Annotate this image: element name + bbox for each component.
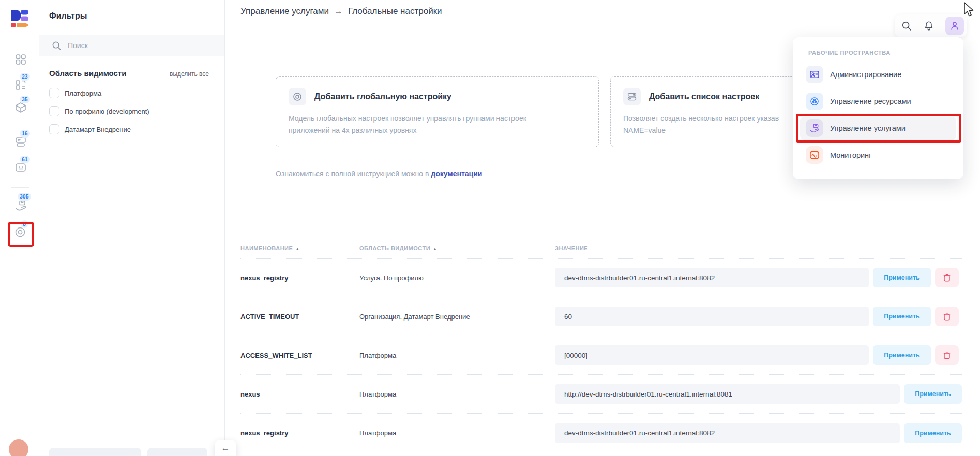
apply-button[interactable]: Применить [873, 307, 931, 326]
menu-item-label: Управление услугами [830, 124, 906, 132]
setting-name: nexus_registry [240, 429, 359, 437]
sidebar-item-servers[interactable] [14, 135, 27, 148]
checkbox-label: Платформа [65, 89, 101, 97]
setting-scope: Платформа [359, 352, 555, 359]
setting-value-input[interactable] [555, 268, 869, 287]
sidebar-item-packages[interactable] [14, 101, 27, 114]
sort-asc-icon[interactable]: ▲ [295, 247, 299, 251]
dropdown-section-title: РАБОЧИЕ ПРОСТРАНСТВА [808, 50, 956, 56]
menu-item-label: Мониторинг [830, 151, 871, 159]
breadcrumb-current: Глобальные настройки [348, 6, 442, 17]
sidebar-item-cards[interactable] [14, 161, 27, 174]
collapse-panel-button[interactable]: ← [215, 440, 236, 456]
table-row: nexus_registry Услуга. По профилю Примен… [240, 259, 962, 297]
resources-icon [806, 93, 823, 110]
sidebar-item-collections[interactable] [14, 79, 27, 91]
sort-asc-icon[interactable]: ▲ [433, 247, 437, 251]
apply-button[interactable]: Применить [904, 384, 962, 404]
badge-count: 305 [18, 193, 31, 201]
setting-scope: Платформа [359, 429, 555, 437]
trash-icon [942, 311, 952, 322]
card-title: Добавить глобальную настройку [314, 92, 451, 101]
select-all-link[interactable]: выделить все [170, 70, 209, 78]
column-header-value: ЗНАЧЕНИЕ [555, 245, 962, 251]
add-global-setting-card[interactable]: Добавить глобальную настройку Модель гло… [276, 76, 599, 147]
app-window: 23 35 16 61 305 [0, 0, 980, 456]
setting-name: nexus [240, 390, 359, 398]
setting-value-input[interactable] [555, 307, 869, 326]
sidebar-divider [11, 124, 29, 124]
sidebar-item-services[interactable] [14, 200, 27, 212]
table-row: nexus_registry Платформа Применить [240, 414, 962, 452]
delete-button[interactable] [935, 307, 959, 326]
setting-value-input[interactable] [555, 423, 900, 443]
target-icon [289, 88, 306, 105]
breadcrumb: Управление услугами → Глобальные настрой… [240, 6, 442, 17]
delete-button[interactable] [935, 345, 959, 365]
column-header-scope[interactable]: ОБЛАСТЬ ВИДИМОСТИ▲ [359, 245, 555, 251]
badge-count: 61 [20, 156, 30, 163]
setting-name: nexus_registry [240, 274, 359, 282]
menu-item-resources[interactable]: Управление ресурсами [800, 90, 956, 113]
list-toggle-icon [623, 88, 641, 105]
filter-option-platform[interactable]: Платформа [49, 88, 101, 98]
top-toolbar [895, 14, 967, 37]
docs-hint: Ознакомиться с полной инструкцией можно … [276, 170, 482, 178]
checkbox-label: По профилю (development) [65, 108, 149, 115]
filters-panel: Фильтры Область видимости выделить все П… [39, 0, 225, 456]
panel-footer-button[interactable] [49, 448, 141, 456]
arrow-left-icon: ← [221, 443, 230, 453]
badge-count: 35 [20, 96, 30, 103]
setting-value-input[interactable] [555, 345, 869, 365]
card-title: Добавить список настроек [649, 92, 759, 101]
hand-box-icon [806, 119, 823, 137]
menu-item-label: Управление ресурсами [830, 97, 911, 105]
trash-icon [942, 350, 952, 360]
menu-item-administration[interactable]: Администрирование [800, 63, 956, 86]
setting-name: ACCESS_WHITE_LIST [240, 352, 359, 359]
app-logo[interactable] [9, 7, 31, 29]
search-input[interactable] [68, 41, 216, 50]
apply-button[interactable]: Применить [873, 268, 931, 287]
checkbox[interactable] [49, 106, 59, 116]
hand-box-icon [14, 200, 27, 212]
checkbox[interactable] [49, 88, 59, 98]
delete-button[interactable] [935, 268, 959, 287]
filters-title: Фильтры [49, 11, 87, 21]
card-icon [14, 161, 27, 174]
setting-scope: Организация. Датамарт Внедрение [359, 313, 555, 321]
column-header-name[interactable]: НАИМЕНОВАНИЕ▲ [240, 245, 359, 251]
id-badge-icon [806, 66, 823, 83]
apply-button[interactable]: Применить [904, 423, 962, 443]
apply-button[interactable]: Применить [873, 345, 931, 365]
user-menu-button[interactable] [945, 17, 964, 35]
panel-footer-button[interactable] [147, 448, 207, 456]
card-description: Модель глобальных настроек позволяет упр… [289, 113, 526, 136]
notifications-bell-icon[interactable] [923, 20, 934, 32]
setting-scope: Платформа [359, 390, 555, 398]
checkbox-label: Датамарт Внедрение [65, 126, 131, 133]
user-avatar[interactable] [9, 439, 28, 456]
setting-scope: Услуга. По профилю [359, 274, 555, 282]
breadcrumb-parent[interactable]: Управление услугами [240, 6, 329, 17]
filter-option-datamart[interactable]: Датамарт Внедрение [49, 124, 131, 134]
breadcrumb-separator-icon: → [334, 6, 343, 17]
cube-icon [14, 101, 27, 114]
table-row: nexus Платформа Применить [240, 375, 962, 414]
workspaces-dropdown: РАБОЧИЕ ПРОСТРАНСТВА Администрирование У… [793, 37, 963, 179]
filter-option-profile[interactable]: По профилю (development) [49, 106, 149, 116]
sidebar-divider [11, 187, 29, 188]
sidebar-item-dashboard[interactable] [14, 53, 27, 66]
table-row: ACTIVE_TIMEOUT Организация. Датамарт Вне… [240, 297, 962, 336]
menu-item-monitoring[interactable]: Мониторинг [800, 144, 956, 166]
search-icon[interactable] [901, 20, 912, 32]
checkbox[interactable] [49, 124, 59, 134]
documentation-link[interactable]: документации [431, 170, 482, 178]
menu-item-services[interactable]: Управление услугами [800, 117, 956, 140]
server-icon [14, 135, 27, 148]
grid-icon [14, 53, 27, 66]
setting-value-input[interactable] [555, 384, 900, 404]
filter-search[interactable] [39, 35, 224, 56]
collection-icon [14, 79, 27, 91]
scope-section-title: Область видимости [49, 69, 126, 78]
